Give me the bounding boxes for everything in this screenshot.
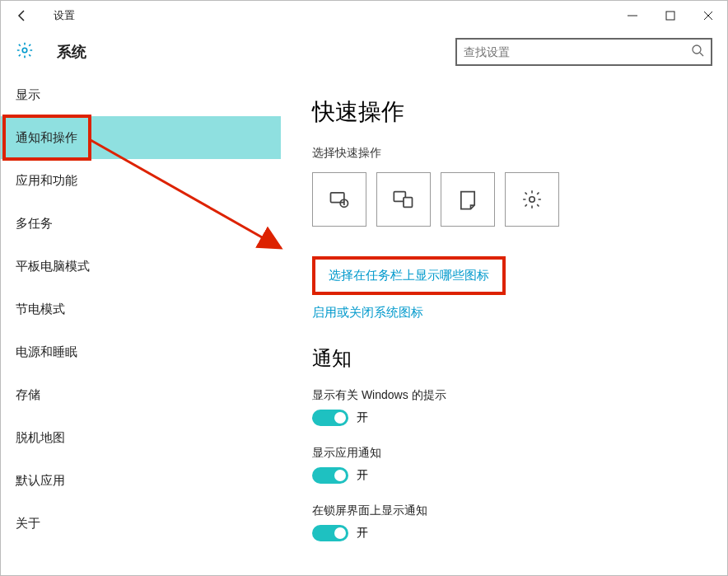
toggle-label: 显示应用通知	[312, 446, 696, 461]
sidebar-item-label: 应用和功能	[16, 173, 77, 189]
sidebar-item-default-apps[interactable]: 默认应用	[1, 459, 281, 502]
main-panel[interactable]: 快速操作 选择快速操作 选择在任务栏上显示哪些图标 启用或关闭系统图标 通知 显…	[281, 73, 727, 575]
sidebar[interactable]: 显示 通知和操作 应用和功能 多任务 平板电脑模式 节电模式 电源和睡眠 存储 …	[1, 73, 281, 575]
toggle-state: 开	[357, 468, 368, 483]
maximize-button[interactable]	[651, 1, 689, 30]
toggle-app-notifications[interactable]	[312, 467, 348, 484]
gear-icon	[16, 41, 34, 63]
sidebar-item-maps[interactable]: 脱机地图	[1, 416, 281, 459]
link-system-icons[interactable]: 启用或关闭系统图标	[312, 305, 696, 321]
toggle-state: 开	[357, 410, 368, 425]
back-button[interactable]	[7, 1, 37, 30]
toggle-state: 开	[357, 526, 368, 541]
tile-settings[interactable]	[505, 172, 559, 227]
search-input[interactable]	[464, 45, 691, 59]
sidebar-item-about[interactable]: 关于	[1, 502, 281, 545]
sidebar-item-label: 电源和睡眠	[16, 344, 77, 360]
sidebar-item-apps[interactable]: 应用和功能	[1, 159, 281, 202]
sidebar-item-power[interactable]: 电源和睡眠	[1, 330, 281, 373]
tile-tablet-mode[interactable]	[312, 172, 366, 227]
sidebar-item-label: 关于	[16, 516, 40, 532]
sidebar-item-tablet[interactable]: 平板电脑模式	[1, 245, 281, 288]
sidebar-item-label: 存储	[16, 387, 40, 403]
search-icon	[691, 44, 704, 60]
quick-actions-title: 快速操作	[312, 96, 696, 128]
sidebar-item-label: 多任务	[16, 216, 53, 232]
sidebar-item-battery[interactable]: 节电模式	[1, 288, 281, 330]
sidebar-item-storage[interactable]: 存储	[1, 373, 281, 416]
svg-point-5	[693, 45, 701, 54]
sidebar-item-multitask[interactable]: 多任务	[1, 202, 281, 245]
toggle-windows-tips[interactable]	[312, 410, 348, 426]
page-section-title: 系统	[57, 42, 86, 62]
sidebar-item-label: 默认应用	[16, 473, 65, 489]
svg-rect-1	[666, 12, 674, 20]
sidebar-item-label: 显示	[16, 87, 40, 103]
sidebar-item-label: 平板电脑模式	[16, 259, 90, 274]
svg-point-4	[22, 48, 27, 53]
sidebar-item-label: 通知和操作	[16, 130, 77, 146]
sidebar-item-label: 节电模式	[16, 302, 65, 317]
svg-line-6	[700, 53, 703, 56]
close-button[interactable]	[689, 1, 727, 30]
annotation-link-box: 选择在任务栏上显示哪些图标	[312, 256, 506, 295]
svg-point-11	[530, 197, 535, 203]
search-box[interactable]	[455, 38, 712, 66]
toggle-label: 在锁屏界面上显示通知	[312, 503, 696, 518]
app-title: 设置	[54, 8, 75, 23]
minimize-button[interactable]	[614, 1, 651, 30]
sidebar-item-notifications[interactable]: 通知和操作	[1, 116, 281, 159]
toggle-lockscreen-notifications[interactable]	[312, 525, 348, 541]
svg-rect-10	[404, 198, 413, 208]
sidebar-item-display[interactable]: 显示	[1, 73, 281, 116]
quick-actions-subhead: 选择快速操作	[312, 146, 696, 161]
link-taskbar-icons[interactable]: 选择在任务栏上显示哪些图标	[329, 268, 489, 282]
toggle-label: 显示有关 Windows 的提示	[312, 388, 696, 403]
tile-connect[interactable]	[376, 172, 431, 227]
tile-note[interactable]	[441, 172, 495, 227]
sidebar-item-label: 脱机地图	[16, 430, 65, 446]
notifications-title: 通知	[312, 345, 696, 372]
